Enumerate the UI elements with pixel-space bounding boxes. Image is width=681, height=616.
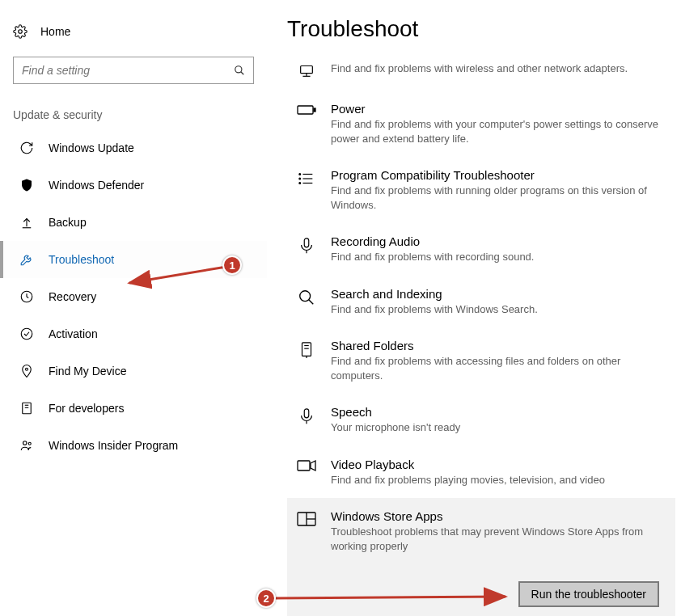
svg-point-0 bbox=[19, 30, 23, 34]
sidebar-item-activation[interactable]: Activation bbox=[0, 315, 267, 352]
svg-point-11 bbox=[28, 442, 31, 445]
svg-point-25 bbox=[300, 290, 311, 301]
svg-point-21 bbox=[299, 178, 301, 179]
gear-icon bbox=[13, 24, 29, 39]
insider-icon bbox=[19, 438, 34, 453]
search-field[interactable] bbox=[22, 64, 234, 77]
check-circle-icon bbox=[19, 327, 34, 341]
sidebar-item-recovery[interactable]: Recovery bbox=[0, 278, 267, 315]
microphone-icon bbox=[295, 234, 318, 264]
troubleshoot-item-program-compatibility[interactable]: Program Compatibility Troubleshooter Fin… bbox=[287, 157, 675, 223]
troubleshoot-item-network-adapter[interactable]: Find and fix problems with wireless and … bbox=[287, 49, 675, 91]
sidebar-item-label: Windows Defender bbox=[49, 179, 144, 192]
sidebar-item-label: For developers bbox=[49, 402, 124, 415]
main-panel: Troubleshoot Find and fix problems with … bbox=[287, 16, 675, 616]
troubleshoot-item-title: Power bbox=[331, 102, 667, 116]
troubleshoot-item-windows-store-apps[interactable]: Windows Store Apps Troubleshoot problems… bbox=[287, 498, 675, 616]
svg-rect-16 bbox=[314, 108, 315, 112]
microphone-icon bbox=[295, 405, 318, 435]
troubleshoot-item-desc: Find and fix problems with running older… bbox=[331, 184, 667, 212]
home-label: Home bbox=[40, 25, 70, 38]
network-icon bbox=[295, 60, 318, 79]
troubleshoot-item-desc: Find and fix problems with your computer… bbox=[331, 117, 667, 146]
svg-rect-15 bbox=[298, 106, 313, 114]
svg-rect-31 bbox=[304, 409, 309, 418]
sync-icon bbox=[19, 141, 34, 155]
svg-point-10 bbox=[23, 441, 27, 445]
server-icon bbox=[295, 339, 318, 382]
svg-rect-23 bbox=[304, 238, 309, 247]
troubleshoot-item-desc: Find and fix problems with wireless and … bbox=[331, 61, 667, 76]
video-icon bbox=[295, 458, 318, 487]
sidebar-item-label: Find My Device bbox=[49, 365, 126, 378]
sidebar-item-label: Windows Insider Program bbox=[49, 439, 178, 452]
sidebar-item-label: Windows Update bbox=[49, 141, 134, 154]
section-label: Update & security bbox=[0, 84, 267, 129]
svg-rect-33 bbox=[298, 461, 310, 470]
home-button[interactable]: Home bbox=[0, 16, 267, 47]
sidebar-item-label: Troubleshoot bbox=[49, 253, 114, 266]
troubleshoot-item-title: Video Playback bbox=[331, 458, 667, 471]
troubleshoot-item-desc: Find and fix problems with recording sou… bbox=[331, 250, 667, 264]
troubleshoot-item-desc: Find and fix problems playing movies, te… bbox=[331, 473, 667, 487]
developer-icon bbox=[19, 401, 34, 416]
troubleshoot-item-title: Program Compatibility Troubleshooter bbox=[331, 168, 667, 182]
svg-marker-34 bbox=[311, 461, 315, 470]
search-icon bbox=[234, 65, 245, 76]
sidebar-item-windows-defender[interactable]: Windows Defender bbox=[0, 167, 267, 204]
troubleshoot-item-title: Speech bbox=[331, 405, 667, 419]
svg-rect-12 bbox=[301, 66, 313, 74]
troubleshoot-item-power[interactable]: Power Find and fix problems with your co… bbox=[287, 91, 675, 157]
page-title: Troubleshoot bbox=[287, 16, 675, 42]
run-troubleshooter-button[interactable]: Run the troubleshooter bbox=[518, 581, 659, 607]
sidebar-item-windows-insider[interactable]: Windows Insider Program bbox=[0, 427, 267, 464]
search-input[interactable] bbox=[13, 57, 254, 84]
sidebar-item-troubleshoot[interactable]: Troubleshoot bbox=[0, 241, 267, 278]
troubleshoot-item-search-indexing[interactable]: Search and Indexing Find and fix problem… bbox=[287, 276, 675, 328]
svg-rect-27 bbox=[302, 343, 311, 357]
sidebar-item-label: Backup bbox=[49, 216, 87, 229]
svg-point-5 bbox=[21, 328, 32, 340]
svg-point-1 bbox=[235, 66, 242, 73]
location-icon bbox=[19, 364, 34, 378]
svg-point-22 bbox=[299, 183, 301, 184]
troubleshoot-item-shared-folders[interactable]: Shared Folders Find and fix problems wit… bbox=[287, 327, 675, 394]
magnifier-icon bbox=[295, 287, 318, 317]
sidebar-item-label: Activation bbox=[49, 327, 98, 340]
troubleshoot-item-video-playback[interactable]: Video Playback Find and fix problems pla… bbox=[287, 446, 675, 499]
svg-point-6 bbox=[26, 368, 28, 370]
svg-rect-7 bbox=[23, 403, 32, 414]
backup-icon bbox=[19, 215, 34, 230]
troubleshoot-item-title: Recording Audio bbox=[331, 234, 667, 248]
annotation-badge-2: 2 bbox=[256, 589, 276, 608]
troubleshoot-item-desc: Find and fix problems with Windows Searc… bbox=[331, 302, 667, 317]
sidebar-item-windows-update[interactable]: Windows Update bbox=[0, 129, 267, 167]
troubleshoot-item-title: Shared Folders bbox=[331, 339, 667, 352]
troubleshoot-item-desc: Find and fix problems with accessing fil… bbox=[331, 354, 667, 382]
sidebar: Home Update & security Windows Update Wi… bbox=[0, 0, 267, 464]
sidebar-item-label: Recovery bbox=[49, 290, 96, 303]
svg-line-2 bbox=[241, 72, 244, 75]
troubleshoot-item-recording-audio[interactable]: Recording Audio Find and fix problems wi… bbox=[287, 223, 675, 276]
sidebar-item-backup[interactable]: Backup bbox=[0, 204, 267, 241]
history-icon bbox=[19, 289, 34, 304]
shield-icon bbox=[19, 178, 34, 192]
troubleshoot-item-speech[interactable]: Speech Your microphone isn't ready bbox=[287, 394, 675, 446]
sidebar-item-find-my-device[interactable]: Find My Device bbox=[0, 352, 267, 390]
troubleshoot-item-title: Search and Indexing bbox=[331, 287, 667, 301]
list-icon bbox=[295, 168, 318, 212]
troubleshoot-item-desc: Troubleshoot problems that may prevent W… bbox=[331, 525, 667, 553]
battery-icon bbox=[295, 102, 318, 146]
svg-line-26 bbox=[309, 299, 314, 304]
troubleshoot-item-title: Windows Store Apps bbox=[331, 509, 667, 523]
wrench-icon bbox=[19, 252, 34, 267]
apps-icon bbox=[295, 509, 318, 553]
svg-point-20 bbox=[299, 174, 301, 175]
sidebar-item-for-developers[interactable]: For developers bbox=[0, 390, 267, 427]
troubleshoot-item-desc: Your microphone isn't ready bbox=[331, 420, 667, 435]
